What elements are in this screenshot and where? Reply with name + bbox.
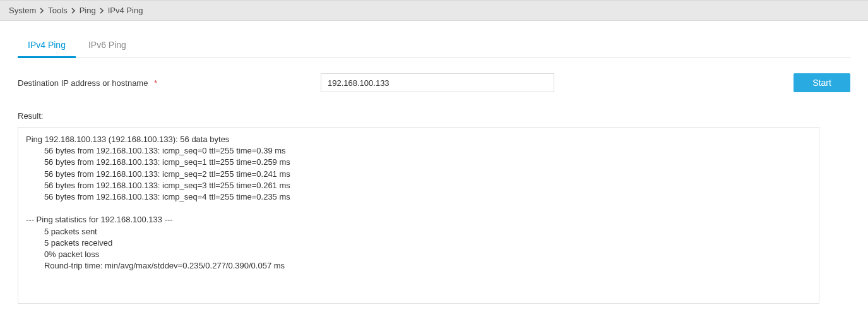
destination-label: Destination IP address or hostname * (18, 78, 321, 88)
breadcrumb-item-ipv4-ping: IPv4 Ping (108, 6, 143, 15)
start-button[interactable]: Start (794, 73, 850, 92)
destination-label-text: Destination IP address or hostname (18, 78, 148, 88)
chevron-right-icon (40, 8, 44, 14)
result-output: Ping 192.168.100.133 (192.168.100.133): … (18, 127, 819, 304)
form-row-destination: Destination IP address or hostname * Sta… (18, 73, 850, 92)
tabs: IPv4 Ping IPv6 Ping (18, 32, 850, 58)
tab-ipv4-ping[interactable]: IPv4 Ping (18, 32, 76, 57)
breadcrumb-item-tools[interactable]: Tools (48, 6, 67, 15)
breadcrumb-item-ping[interactable]: Ping (80, 6, 96, 15)
breadcrumb: System Tools Ping IPv4 Ping (0, 0, 868, 21)
chevron-right-icon (100, 8, 104, 14)
destination-input[interactable] (321, 73, 554, 92)
tab-ipv6-ping[interactable]: IPv6 Ping (78, 32, 136, 57)
chevron-right-icon (71, 8, 76, 14)
required-indicator: * (154, 78, 157, 88)
result-label: Result: (18, 111, 850, 121)
breadcrumb-item-system[interactable]: System (9, 6, 36, 15)
